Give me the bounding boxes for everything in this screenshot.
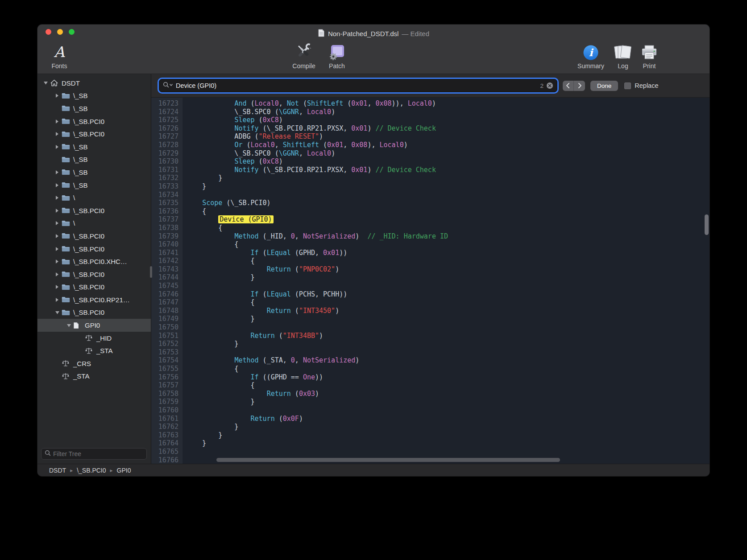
code-line: {	[186, 257, 710, 265]
disclosure-right-icon[interactable]	[53, 297, 62, 302]
disclosure-right-icon[interactable]	[53, 272, 62, 277]
code-token: {	[186, 257, 255, 265]
previous-match-button[interactable]	[563, 81, 574, 91]
breadcrumb-item[interactable]: \_SB.PCI0	[77, 467, 106, 474]
code-token: }	[186, 273, 255, 281]
code-pane[interactable]: And (Local0, Not (ShiftLeft (0x01, 0x08)…	[183, 98, 710, 464]
code-line: Return ("INT34BB")	[186, 332, 710, 340]
tree-item-sb-pci0[interactable]: \_SB.PCI0	[37, 128, 151, 140]
tree-item-sb-pci0[interactable]: \_SB.PCI0	[37, 306, 151, 319]
code-line: Return ("PNP0C02")	[186, 265, 710, 274]
filter-tree-input[interactable]	[53, 450, 143, 457]
tree-item-sta[interactable]: _STA	[37, 370, 151, 383]
code-token: )	[335, 307, 339, 315]
line-number: 16735	[151, 199, 178, 207]
log-button[interactable]: Log	[612, 41, 634, 70]
tree-item-sb-pci0[interactable]: \_SB.PCI0	[37, 230, 151, 243]
tree-item-sb[interactable]: \_SB	[37, 102, 151, 115]
code-token: )	[367, 166, 375, 174]
line-number: 16745	[151, 282, 178, 290]
code-token	[186, 390, 267, 398]
code-token	[186, 307, 267, 315]
line-number: 16742	[151, 257, 178, 265]
minimize-button[interactable]	[57, 29, 63, 35]
tree-item-sta[interactable]: _STA	[37, 344, 151, 357]
patch-button[interactable]: Patch	[324, 41, 350, 70]
disclosure-right-icon[interactable]	[53, 221, 62, 226]
code-line: If (LEqual (GPHD, 0x01))	[186, 249, 710, 257]
code-token: }	[186, 439, 206, 447]
summary-button[interactable]: i Summary	[573, 41, 609, 70]
disclosure-right-icon[interactable]	[53, 132, 62, 136]
code-token	[186, 356, 234, 364]
disclosure-right-icon[interactable]	[53, 93, 62, 98]
tree-item-sb-pci0-xhc[interactable]: \_SB.PCI0.XHC…	[37, 255, 151, 268]
disclosure-right-icon[interactable]	[53, 247, 62, 251]
tree-item-label: \_SB.PCI0	[73, 309, 104, 316]
code-token: Sleep	[234, 157, 254, 165]
statusbar: DSDT▸\_SB.PCI0▸GPI0	[37, 464, 710, 476]
breadcrumb-item[interactable]: GPI0	[117, 467, 131, 474]
disclosure-right-icon[interactable]	[53, 119, 62, 124]
titlebar: Non-Patched_DSDT.dsl — Edited	[37, 25, 710, 39]
disclosure-right-icon[interactable]	[53, 144, 62, 149]
line-number: 16736	[151, 207, 178, 216]
folder-icon	[62, 118, 73, 124]
clear-search-icon[interactable]	[546, 82, 553, 89]
code-line: Scope (\_SB.PCI0)	[186, 199, 710, 207]
tree-item-sb-pci0[interactable]: \_SB.PCI0	[37, 243, 151, 255]
tree-item-sb-pci0[interactable]: \_SB.PCI0	[37, 268, 151, 281]
disclosure-down-icon[interactable]	[41, 81, 50, 85]
code-token	[186, 199, 202, 207]
tree-item-sb-pci0-rp21[interactable]: \_SB.PCI0.RP21…	[37, 293, 151, 306]
tree-item-sb[interactable]: \_SB	[37, 166, 151, 179]
tree-item-sb[interactable]: \_SB	[37, 140, 151, 153]
sidebar-splitter-handle[interactable]	[150, 266, 152, 278]
line-number: 16764	[151, 439, 178, 448]
vertical-scrollbar[interactable]	[705, 214, 709, 235]
horizontal-scrollbar[interactable]	[216, 458, 560, 462]
tree-item-gpi0[interactable]: GPI0	[37, 319, 151, 332]
code-token: }	[186, 315, 255, 323]
done-button[interactable]: Done	[590, 81, 618, 91]
tree-item-label: \_SB.PCI0	[73, 232, 104, 240]
breadcrumb-item[interactable]: DSDT	[49, 467, 66, 474]
tree-item-crs[interactable]: _CRS	[37, 357, 151, 370]
disclosure-right-icon[interactable]	[53, 195, 62, 200]
disclosure-down-icon[interactable]	[53, 311, 62, 314]
replace-checkbox[interactable]	[624, 82, 631, 89]
tree-item-sb[interactable]: \_SB	[37, 90, 151, 103]
fonts-button[interactable]: A Fonts	[45, 41, 74, 70]
tree-item-sb-pci0[interactable]: \_SB.PCI0	[37, 281, 151, 294]
tree-item-dsdt[interactable]: DSDT	[37, 77, 151, 90]
code-token: }	[186, 398, 255, 406]
tree-item-sb-pci0[interactable]: \_SB.PCI0	[37, 204, 151, 217]
tree-item-sb-pci0[interactable]: \_SB.PCI0	[37, 115, 151, 128]
tree-item-hid[interactable]: _HID	[37, 332, 151, 345]
code-token: )	[355, 232, 367, 240]
code-token	[186, 373, 251, 381]
tree-item-sb[interactable]: \_SB	[37, 153, 151, 166]
code-line: }	[186, 315, 710, 323]
folder-icon	[62, 207, 73, 214]
search-input[interactable]	[176, 82, 537, 89]
print-button[interactable]: Print	[637, 41, 661, 70]
tree-item-sb[interactable]: \_SB	[37, 179, 151, 192]
disclosure-down-icon[interactable]	[64, 324, 73, 327]
next-match-button[interactable]	[574, 81, 585, 91]
breadcrumb-separator-icon: ▸	[70, 467, 73, 474]
disclosure-right-icon[interactable]	[53, 234, 62, 239]
compile-button[interactable]: Compile	[286, 41, 321, 70]
disclosure-right-icon[interactable]	[53, 208, 62, 213]
code-token: )	[331, 108, 335, 116]
search-menu-icon[interactable]	[163, 82, 173, 90]
tree-item-[interactable]: \	[37, 191, 151, 204]
disclosure-right-icon[interactable]	[53, 170, 62, 175]
tree-item-[interactable]: \	[37, 217, 151, 230]
disclosure-right-icon[interactable]	[53, 183, 62, 188]
disclosure-right-icon[interactable]	[53, 284, 62, 289]
close-button[interactable]	[46, 29, 51, 35]
disclosure-right-icon[interactable]	[53, 259, 62, 264]
zoom-button[interactable]	[69, 29, 75, 35]
code-token: )),	[392, 99, 408, 107]
